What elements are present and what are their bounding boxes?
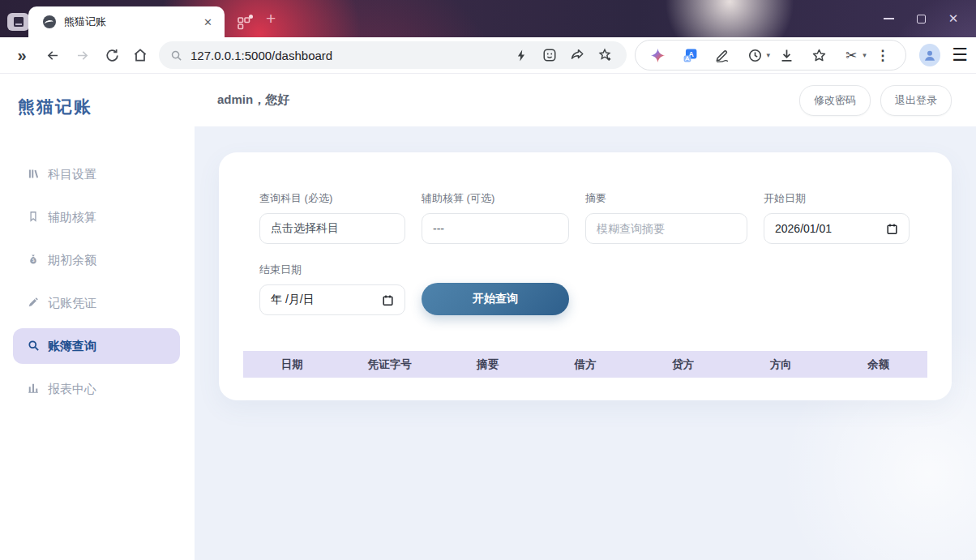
start-query-button[interactable]: 开始查询: [422, 283, 569, 315]
download-icon[interactable]: [770, 43, 803, 67]
sidebar-item-label: 辅助核算: [48, 210, 96, 225]
window-controls: ✕: [872, 0, 970, 37]
end-date-placeholder: 年 /月/日: [271, 293, 315, 307]
column-header-summary: 摘要: [439, 357, 537, 372]
svg-text:$: $: [32, 259, 35, 263]
home-icon[interactable]: [128, 43, 152, 67]
column-header-date: 日期: [243, 357, 341, 372]
summary-label: 摘要: [585, 191, 747, 206]
maximize-icon: [917, 15, 926, 24]
sidebar-item-subjects[interactable]: 科目设置: [13, 156, 180, 192]
forward-icon[interactable]: [70, 43, 94, 67]
subject-selector[interactable]: 点击选择科目: [259, 213, 405, 244]
url-text[interactable]: 127.0.0.1:5000/dashboard: [190, 49, 508, 62]
sidebar-item-label: 报表中心: [48, 382, 96, 397]
topbar-buttons: 修改密码 退出登录: [799, 85, 952, 116]
close-window-button[interactable]: ✕: [937, 0, 970, 37]
subject-label: 查询科目 (必选): [259, 191, 405, 206]
query-card: 查询科目 (必选) 点击选择科目 辅助核算 (可选) --- 摘要 开始日: [219, 152, 952, 400]
page-content: 查询科目 (必选) 点击选择科目 辅助核算 (可选) --- 摘要 开始日: [195, 126, 976, 560]
bar-chart-icon: [28, 383, 41, 395]
workspace-glyph-icon: [14, 17, 24, 27]
bookmark-add-icon[interactable]: [591, 43, 619, 67]
sidebar-item-ledger-query[interactable]: 账簿查询: [13, 328, 180, 364]
sidebar-item-label: 期初余额: [48, 253, 96, 268]
back-icon[interactable]: [41, 43, 65, 67]
profile-avatar[interactable]: [919, 44, 941, 66]
query-form-row2: 结束日期 年 /月/日 开始查询: [259, 263, 911, 315]
subject-field-group: 查询科目 (必选) 点击选择科目: [259, 191, 405, 244]
app-area: 熊猫记账 科目设置 辅助核算 $: [0, 74, 976, 560]
column-header-balance: 余额: [829, 357, 927, 372]
minimize-icon: [884, 18, 894, 19]
search-icon: [28, 340, 41, 353]
query-form-row1: 查询科目 (必选) 点击选择科目 辅助核算 (可选) --- 摘要 开始日: [259, 191, 911, 244]
new-tab-button[interactable]: +: [266, 10, 276, 28]
sidebar-item-label: 账簿查询: [48, 339, 96, 354]
sidebar-item-aux-accounting[interactable]: 辅助核算: [13, 199, 180, 235]
end-date-label: 结束日期: [259, 263, 405, 277]
column-header-direction: 方向: [732, 357, 830, 372]
tab-strip: 熊猫记账 ✕ + ✕: [0, 0, 976, 37]
summary-input[interactable]: [585, 213, 747, 244]
tab-close-icon[interactable]: ✕: [199, 15, 216, 30]
share-icon[interactable]: [563, 43, 591, 67]
logout-button[interactable]: 退出登录: [880, 85, 952, 116]
tab-overflow-icon[interactable]: »: [10, 43, 34, 67]
end-date-field-group: 结束日期 年 /月/日: [259, 263, 405, 315]
start-date-value: 2026/01/01: [775, 222, 832, 235]
sidebar-item-opening-balance[interactable]: $ 期初余额: [13, 242, 180, 278]
start-date-label: 开始日期: [764, 191, 910, 206]
change-password-button[interactable]: 修改密码: [799, 85, 871, 116]
tab-favicon-icon: [43, 15, 56, 28]
summary-field-group: 摘要: [585, 191, 747, 244]
start-date-field-group: 开始日期 2026/01/01: [764, 191, 910, 244]
minimize-button[interactable]: [872, 0, 905, 37]
sidebar: 熊猫记账 科目设置 辅助核算 $: [0, 74, 195, 560]
aux-field-group: 辅助核算 (可选) ---: [422, 191, 569, 244]
sidebar-item-vouchers[interactable]: 记账凭证: [13, 285, 180, 321]
signature-pen-icon[interactable]: [707, 43, 739, 67]
reload-icon[interactable]: [100, 43, 124, 67]
app-menu-icon[interactable]: ☰: [952, 45, 968, 66]
maximize-button[interactable]: [905, 0, 937, 37]
ledger-table-header: 日期 凭证字号 摘要 借方 贷方 方向 余额: [243, 351, 927, 378]
emoji-reader-icon[interactable]: [536, 43, 563, 67]
column-header-debit: 借方: [537, 357, 635, 372]
browser-toolbar: » 127.0.0.1:5000/dashboard: [0, 37, 976, 74]
browser-window: 熊猫记账 ✕ + ✕ »: [0, 0, 976, 560]
aux-selector[interactable]: ---: [422, 213, 569, 244]
books-icon: [28, 168, 41, 181]
browser-app-icon[interactable]: [7, 13, 29, 31]
sidebar-item-label: 科目设置: [48, 167, 96, 182]
column-header-voucher-no: 凭证字号: [341, 357, 439, 372]
end-date-input[interactable]: 年 /月/日: [259, 284, 405, 315]
sidebar-item-label: 记账凭证: [48, 296, 96, 311]
extensions-pill: A ▾ ✂▾ ⋮: [635, 40, 906, 71]
sidebar-nav: 科目设置 辅助核算 $ 期初余额: [0, 156, 195, 407]
column-header-credit: 贷方: [634, 357, 732, 372]
main-area: admin，您好 修改密码 退出登录 查询科目 (必选) 点击选择科目 辅助核算…: [195, 74, 976, 560]
aux-label: 辅助核算 (可选): [422, 191, 569, 206]
kebab-menu-icon[interactable]: ⋮: [867, 43, 899, 67]
notification-dot: [249, 15, 253, 19]
page-topbar: admin，您好 修改密码 退出登录: [195, 74, 976, 126]
sidebar-item-reports[interactable]: 报表中心: [13, 371, 180, 407]
active-tab[interactable]: 熊猫记账 ✕: [28, 6, 225, 37]
tag-icon: [28, 211, 41, 224]
star-icon[interactable]: [803, 43, 835, 67]
start-date-input[interactable]: 2026/01/01: [764, 213, 910, 244]
search-icon: [170, 49, 182, 62]
lightning-icon[interactable]: [508, 43, 536, 67]
translate-icon[interactable]: A: [674, 43, 707, 67]
app-brand: 熊猫记账: [0, 96, 195, 118]
tab-title: 熊猫记账: [64, 15, 199, 29]
calendar-icon[interactable]: [382, 294, 394, 306]
pen-icon: [28, 297, 41, 310]
user-greeting: admin，您好: [217, 92, 289, 108]
gemini-icon[interactable]: [642, 43, 674, 67]
moneybag-icon: $: [28, 254, 41, 267]
calendar-icon[interactable]: [886, 223, 898, 235]
url-bar[interactable]: 127.0.0.1:5000/dashboard: [159, 41, 627, 69]
tab-group-icon[interactable]: [238, 17, 251, 30]
